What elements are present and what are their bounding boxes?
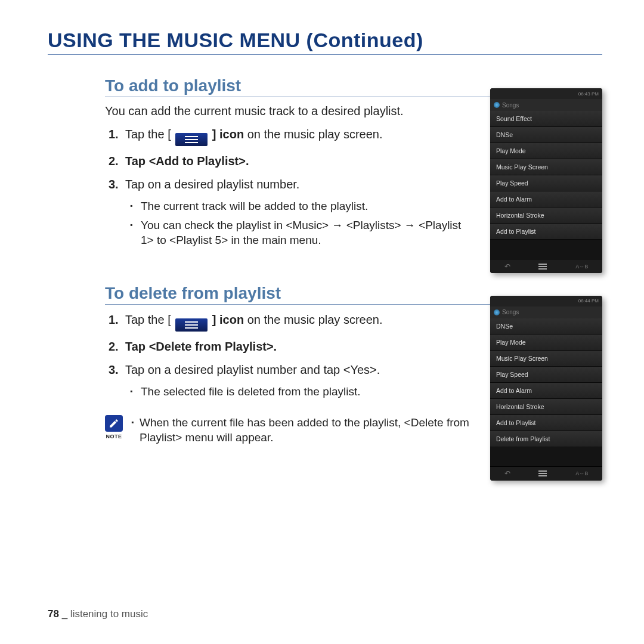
- step-3: 3. Tap on a desired playlist number.: [109, 177, 475, 193]
- section-add-to-playlist: To add to playlist You can add the curre…: [105, 76, 602, 248]
- note-text: When the current file has been added to …: [131, 415, 475, 445]
- step-text-pre: Tap the [: [125, 313, 174, 326]
- device-menu-list: Sound Effect DNSe Play Mode Music Play S…: [490, 111, 602, 240]
- music-app-icon: [494, 309, 500, 315]
- device-title-row: Songs: [490, 306, 602, 318]
- device-statusbar: 06:43 PM: [490, 88, 602, 99]
- step-number: 1.: [109, 312, 125, 332]
- step-number: 3.: [109, 362, 125, 378]
- device-screen-title: Songs: [502, 309, 519, 315]
- sub-bullet: You can check the playlist in <Music> → …: [130, 218, 475, 248]
- device-menu-list: DNSe Play Mode Music Play Screen Play Sp…: [490, 318, 602, 447]
- device-menu-item: Play Speed: [490, 175, 602, 191]
- sub-bullet-list: The selected file is deleted from the pl…: [130, 384, 475, 400]
- back-icon: ↶: [504, 262, 510, 271]
- note-label: NOTE: [106, 434, 122, 439]
- step-text: Tap on a desired playlist number.: [125, 177, 475, 193]
- device-menu-item: Music Play Screen: [490, 351, 602, 367]
- page-number: 78: [48, 608, 59, 620]
- music-app-icon: [494, 102, 500, 108]
- footer-separator: _: [62, 608, 67, 620]
- device-menu-item: Horizontal Stroke: [490, 399, 602, 415]
- step-number: 3.: [109, 177, 125, 193]
- step-text-icon-label: ] icon: [209, 128, 244, 141]
- back-icon: ↶: [504, 469, 510, 478]
- step-1: 1. Tap the [ ] icon on the music play sc…: [109, 312, 475, 332]
- device-menu-item: Music Play Screen: [490, 159, 602, 175]
- ab-repeat-icon: A↔B: [575, 264, 588, 270]
- step-1: 1. Tap the [ ] icon on the music play sc…: [109, 126, 475, 146]
- device-menu-item: Sound Effect: [490, 111, 602, 127]
- menu-icon: [175, 133, 208, 146]
- hamburger-icon: [538, 473, 547, 474]
- device-menu-item: Play Mode: [490, 335, 602, 351]
- device-menu-item: DNSe: [490, 318, 602, 335]
- step-text: Tap <Add to Playlist>.: [125, 153, 475, 169]
- step-3: 3. Tap on a desired playlist number and …: [109, 362, 475, 378]
- device-menu-item: Add to Alarm: [490, 191, 602, 208]
- step-2: 2. Tap <Add to Playlist>.: [109, 153, 475, 169]
- device-screen-title: Songs: [502, 102, 519, 109]
- step-text-tail: on the music play screen.: [244, 313, 382, 326]
- step-text-pre: Tap the [: [125, 128, 174, 141]
- step-number: 2.: [109, 153, 125, 169]
- device-menu-item: Add to Playlist: [490, 224, 602, 240]
- step-number: 1.: [109, 126, 125, 146]
- page-footer: 78 _ listening to music: [48, 608, 148, 620]
- device-menu-item: Play Speed: [490, 367, 602, 383]
- page-title: USING THE MUSIC MENU (Continued): [48, 29, 602, 55]
- device-bottom-bar: ↶ A↔B: [490, 259, 602, 273]
- step-text-icon-label: ] icon: [209, 313, 244, 326]
- menu-icon: [175, 318, 208, 332]
- chapter-name: listening to music: [70, 608, 148, 620]
- step-2: 2. Tap <Delete from Playlist>.: [109, 339, 475, 355]
- device-menu-item: DNSe: [490, 127, 602, 143]
- sub-bullet: The current track will be added to the p…: [130, 199, 475, 214]
- sub-bullet: The selected file is deleted from the pl…: [130, 384, 475, 400]
- device-bottom-bar: ↶ A↔B: [490, 466, 602, 481]
- section-delete-from-playlist: To delete from playlist 1. Tap the [ ] i…: [105, 284, 602, 445]
- device-menu-item: Add to Alarm: [490, 383, 602, 399]
- step-text: Tap <Delete from Playlist>.: [125, 339, 475, 355]
- device-menu-item: Add to Playlist: [490, 415, 602, 431]
- device-title-row: Songs: [490, 99, 602, 111]
- note-block: NOTE When the current file has been adde…: [105, 415, 475, 445]
- note-icon: [105, 415, 123, 432]
- device-screenshot-delete: 06:44 PM Songs DNSe Play Mode Music Play…: [490, 296, 602, 481]
- hamburger-icon: [538, 266, 547, 267]
- device-menu-item: Play Mode: [490, 143, 602, 159]
- step-text: Tap on a desired playlist number and tap…: [125, 362, 475, 378]
- device-menu-item: Delete from Playlist: [490, 431, 602, 447]
- device-menu-item: Horizontal Stroke: [490, 208, 602, 224]
- device-statusbar: 06:44 PM: [490, 296, 602, 306]
- step-number: 2.: [109, 339, 125, 355]
- step-text-tail: on the music play screen.: [244, 128, 382, 141]
- section-intro: You can add the current music track to a…: [105, 104, 475, 118]
- ab-repeat-icon: A↔B: [575, 470, 588, 476]
- sub-bullet-list: The current track will be added to the p…: [130, 199, 475, 248]
- device-screenshot-add: 06:43 PM Songs Sound Effect DNSe Play Mo…: [490, 88, 602, 273]
